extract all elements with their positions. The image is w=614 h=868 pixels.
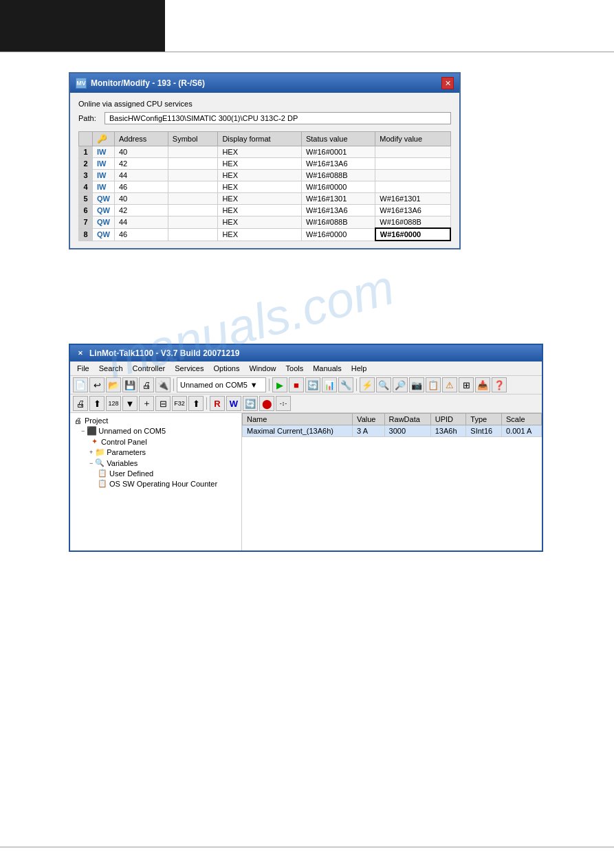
grid-cell-value: 3 A: [353, 425, 384, 437]
menu-item-file[interactable]: File: [73, 363, 94, 374]
table-cell-status: W#16#088B: [301, 170, 375, 181]
expand-icon-parameters: +: [89, 449, 93, 456]
toolbar-import-btn[interactable]: 📥: [475, 377, 490, 392]
toolbar2-F32-btn[interactable]: F32: [172, 396, 187, 411]
table-cell-type: IW: [93, 146, 115, 158]
tree-item-user-defined[interactable]: 📋 User Defined: [73, 468, 239, 478]
toolbar-copy-btn[interactable]: 📋: [426, 377, 441, 392]
toolbar2-sep1: [206, 397, 207, 410]
grid-cell-type: SInt16: [466, 425, 502, 437]
monitor-table: 🔑 Address Symbol Display format Status v…: [78, 131, 451, 241]
menu-item-controller[interactable]: Controller: [129, 363, 170, 374]
toolbar2-print-btn[interactable]: 🖨: [73, 396, 88, 411]
linmot-title-text: LinMot-Talk1100 - V3.7 Build 20071219: [89, 348, 240, 358]
table-cell-format: HEX: [218, 170, 302, 181]
toolbar-help-btn[interactable]: ❓: [492, 377, 507, 392]
toolbar-tool-btn[interactable]: 🔧: [338, 377, 353, 392]
grid-col-value: Value: [353, 414, 384, 425]
data-grid-row[interactable]: Maximal Current_(13A6h) 3 A 3000 13A6h S…: [243, 425, 542, 437]
table-cell-format: HEX: [218, 193, 302, 205]
toolbar2-add-btn[interactable]: ＋: [139, 396, 154, 411]
toolbar2-refresh2-btn[interactable]: 🔄: [243, 396, 258, 411]
tree-root[interactable]: 🖨 Project: [73, 416, 239, 425]
table-cell-modify[interactable]: [375, 146, 450, 158]
variables-icon: 🔍: [95, 458, 105, 467]
toolbar-camera-btn[interactable]: 📷: [409, 377, 424, 392]
table-row: 3: [79, 170, 93, 181]
tree-item-os-sw[interactable]: 📋 OS SW Operating Hour Counter: [73, 478, 239, 489]
table-row: 8: [79, 228, 93, 241]
toolbar-refresh-btn[interactable]: 🔄: [305, 377, 320, 392]
toolbar-search-btn[interactable]: 🔍: [376, 377, 391, 392]
table-cell-modify[interactable]: W#16#1301: [375, 193, 450, 205]
path-value: BasicHWConfigE1130\SIMATIC 300(1)\CPU 31…: [105, 112, 451, 124]
grid-col-type: Type: [466, 414, 502, 425]
toolbar-save-btn[interactable]: 💾: [122, 377, 138, 392]
table-cell-status: W#16#13A6: [301, 158, 375, 170]
col-icon: 🔑: [93, 132, 115, 146]
table-cell-status: W#16#0001: [301, 146, 375, 158]
os-sw-icon: 📋: [98, 479, 107, 488]
menu-item-manuals[interactable]: Manuals: [309, 363, 346, 374]
toolbar-connect-btn[interactable]: 🔌: [155, 377, 171, 392]
toolbar-sep1: [173, 379, 174, 391]
table-cell-addr: 40: [114, 146, 168, 158]
table-cell-format: HEX: [218, 228, 302, 241]
table-cell-modify[interactable]: [375, 170, 450, 181]
table-cell-modify[interactable]: W#16#0000: [375, 228, 450, 241]
grid-col-scale: Scale: [501, 414, 541, 425]
toolbar2-R-btn[interactable]: R: [210, 396, 225, 411]
toolbar2-stop2-btn[interactable]: ⬤: [259, 396, 274, 411]
table-cell-modify[interactable]: W#16#13A6: [375, 205, 450, 216]
toolbar-play-btn[interactable]: ▶: [272, 377, 287, 392]
toolbar-stop-btn[interactable]: ■: [289, 377, 304, 392]
tree-item-variables[interactable]: − 🔍 Variables: [73, 458, 239, 468]
table-cell-type: IW: [93, 170, 115, 181]
toolbar-warn-btn[interactable]: ⚠: [442, 377, 457, 392]
menu-item-window[interactable]: Window: [245, 363, 280, 374]
linmot-content: 🖨 Project − ⬛ Unnamed on COM5 ✦ Control …: [70, 413, 542, 550]
menu-item-tools[interactable]: Tools: [282, 363, 308, 374]
table-row: 2: [79, 158, 93, 170]
toolbar-monitor-btn[interactable]: 📊: [322, 377, 337, 392]
menu-item-services[interactable]: Services: [171, 363, 208, 374]
table-cell-modify[interactable]: W#16#088B: [375, 216, 450, 229]
toolbar2-del-btn[interactable]: ⊟: [155, 396, 171, 411]
table-cell-addr: 46: [114, 181, 168, 193]
table-cell-symbol: [168, 228, 218, 241]
table-cell-status: W#16#0000: [301, 228, 375, 241]
table-cell-type: QW: [93, 205, 115, 216]
menu-item-search[interactable]: Search: [95, 363, 127, 374]
expand-icon-variables: −: [89, 460, 93, 467]
linmot-window: ✕ LinMot-Talk1100 - V3.7 Build 20071219 …: [69, 344, 543, 552]
user-defined-icon: 📋: [98, 469, 107, 478]
table-cell-modify[interactable]: [375, 158, 450, 170]
toolbar-print-btn[interactable]: 🖨: [139, 377, 154, 392]
toolbar-param1-btn[interactable]: ⚡: [360, 377, 375, 392]
com-port-dropdown[interactable]: Unnamed on COM5 ▼: [177, 377, 266, 392]
menu-item-help[interactable]: Help: [347, 363, 371, 374]
monitor-close-button[interactable]: ✕: [441, 77, 454, 89]
toolbar2-num-btn[interactable]: 128: [106, 396, 121, 411]
toolbar2-up-btn[interactable]: ⬆: [89, 396, 105, 411]
toolbar-new-btn[interactable]: 📄: [73, 377, 88, 392]
toolbar-grid-btn[interactable]: ⊞: [459, 377, 474, 392]
toolbar-open-btn[interactable]: 📂: [106, 377, 121, 392]
tree-item-control-panel[interactable]: ✦ Control Panel: [73, 436, 239, 447]
table-cell-status: W#16#0000: [301, 181, 375, 193]
tree-item-unnamed[interactable]: − ⬛ Unnamed on COM5: [73, 425, 239, 436]
tree-item-parameters[interactable]: + 📁 Parameters: [73, 447, 239, 458]
table-cell-type: IW: [93, 181, 115, 193]
device-icon: ⬛: [87, 426, 96, 436]
table-cell-modify[interactable]: [375, 181, 450, 193]
toolbar2-config-btn[interactable]: -↕-: [276, 396, 291, 411]
toolbar2-cursor-btn[interactable]: ⬆: [188, 396, 204, 411]
table-cell-addr: 44: [114, 216, 168, 229]
toolbar2-W-btn[interactable]: W: [226, 396, 241, 411]
toolbar2-down-btn[interactable]: ▼: [122, 396, 138, 411]
toolbar-back-btn[interactable]: ↩: [89, 377, 105, 392]
menu-item-options[interactable]: Options: [209, 363, 243, 374]
expand-icon-unnamed: −: [81, 427, 85, 434]
path-row: Path: BasicHWConfigE1130\SIMATIC 300(1)\…: [78, 112, 451, 124]
toolbar-zoom-btn[interactable]: 🔎: [393, 377, 408, 392]
